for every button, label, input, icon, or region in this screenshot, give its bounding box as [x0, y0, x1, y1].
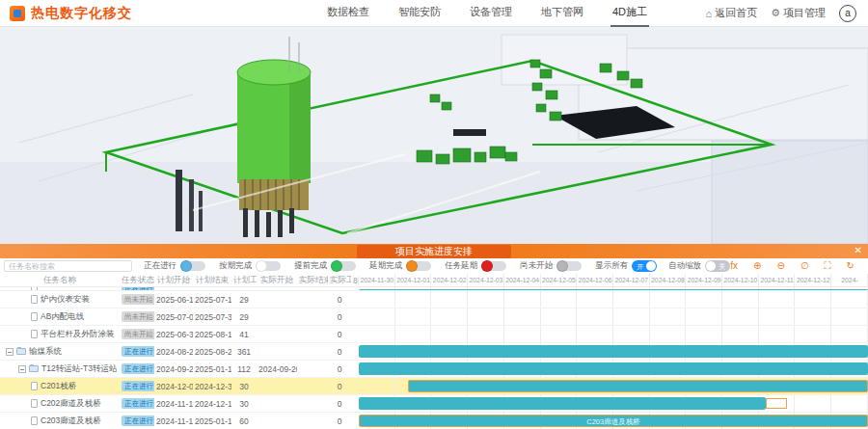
legend-toggle[interactable]: 延期完成	[369, 260, 431, 272]
nav-item[interactable]: 智能安防	[396, 0, 443, 27]
legend-toggle[interactable]: 任务延期	[445, 260, 506, 272]
timeline-date: 2024-12-03	[468, 277, 504, 283]
close-icon[interactable]: ✕	[854, 245, 862, 255]
fullscreen-icon[interactable]: ⛶	[825, 259, 831, 273]
gantt-bar[interactable]	[359, 345, 868, 358]
status-badge: 正在进行	[122, 346, 154, 357]
table-row[interactable]: C202廊道及栈桥 正在进行 2024-11-11 2024-12-11 30 …	[0, 395, 868, 413]
gantt-bar[interactable]	[359, 289, 868, 290]
task-name: AB内配电线	[41, 311, 84, 323]
table-row[interactable]: C201栈桥 正在进行 2024-12-01 2024-12-31 30 0	[0, 378, 868, 395]
nav-item[interactable]: 设备管理	[468, 0, 514, 27]
toggle-label: 自动缩放	[668, 260, 701, 272]
hide-icon[interactable]: ∅	[800, 259, 809, 273]
plant-3d-scene	[0, 27, 868, 244]
plan-days-cell: 30	[231, 399, 257, 409]
home-icon: ⌂	[705, 8, 712, 19]
gantt-lane	[359, 291, 868, 308]
gantt-lane	[359, 326, 868, 342]
plan-end-cell: 2025-01-10	[193, 416, 231, 426]
col-task-status: 任务状态	[120, 275, 154, 286]
user-avatar[interactable]: a	[839, 5, 856, 22]
timeline-date: 2024-12-06	[577, 277, 613, 283]
actual-days-cell: 0	[328, 312, 351, 322]
gantt-bar-label: C203廊道及栈桥	[360, 417, 867, 427]
legend-toggle[interactable]: 提前完成	[294, 260, 356, 272]
file-icon	[31, 287, 38, 290]
gantt-lane	[359, 343, 868, 360]
collapse-icon[interactable]	[6, 348, 14, 356]
gantt-bar[interactable]	[359, 362, 868, 375]
task-name-cell: 输煤系统	[0, 343, 120, 360]
table-row[interactable]: 输煤系统 正在进行 2024-08-25 2025-08-21 361 0	[0, 343, 868, 361]
viewport-3d[interactable]	[0, 27, 868, 244]
toggle-on[interactable]: 显示所有开	[595, 260, 657, 272]
folder-icon	[29, 365, 39, 372]
actual-days-cell: 0	[328, 330, 351, 339]
timeline-date: 2024-12-04	[504, 277, 541, 283]
status-badge: 正在进行	[122, 416, 154, 426]
task-name: C203廊道及栈桥	[41, 416, 101, 427]
gantt-bar[interactable]	[408, 380, 868, 392]
top-bar: 热电数字化移交 数据检查智能安防设备管理地下管网4D施工 ⌂ 返回首页 ⚙ 项目…	[0, 0, 868, 27]
filter-fx-icon[interactable]: fx	[730, 259, 738, 273]
status-badge: 尚未开始	[122, 294, 154, 305]
table-body: 正在进行 炉内仪表安装 尚未开始 2025-06-14 2025-07-13 2…	[0, 287, 868, 429]
zoom-out-icon[interactable]: ⊖	[777, 259, 785, 273]
table-row[interactable]: T12转运站-T3转运站 正在进行 2024-09-20 2025-01-10 …	[0, 361, 868, 378]
table-row[interactable]: 平台栏杆及外防涂装 尚未开始 2025-06-30 2025-08-10 41 …	[0, 326, 868, 343]
legend-label: 正在进行	[144, 260, 176, 272]
gantt-bar[interactable]: C203廊道及栈桥	[359, 415, 868, 427]
table-row[interactable]: AB内配电线 尚未开始 2025-07-01 2025-07-30 29 0	[0, 308, 868, 326]
zoom-in-icon[interactable]: ⊕	[753, 259, 761, 273]
legend-toggle[interactable]: 按期完成	[219, 260, 281, 272]
legend-color-dot	[556, 260, 568, 272]
toggle-off[interactable]: 自动缩放关	[668, 260, 730, 272]
gantt-lane	[359, 308, 868, 325]
actual-days-cell: 0	[328, 364, 351, 374]
app-logo[interactable]: 热电数字化移交	[0, 5, 132, 22]
collapse-icon[interactable]	[18, 365, 26, 373]
nav-item[interactable]: 数据检查	[325, 0, 371, 27]
timeline-date: 2024-12-08	[650, 277, 687, 283]
task-name: T12转运站-T3转运站	[41, 363, 117, 375]
timeline-date: 2024-	[831, 277, 868, 283]
legend-toggle[interactable]: 正在进行	[144, 260, 205, 272]
actual-days-cell: 0	[328, 416, 351, 426]
refresh-icon[interactable]: ↻	[847, 259, 854, 273]
home-link[interactable]: ⌂ 返回首页	[705, 6, 757, 20]
legend-toggle[interactable]: 尚未开始	[520, 260, 582, 272]
task-status-cell: 正在进行	[120, 346, 154, 357]
col-plan-start: 计划开始	[154, 275, 193, 286]
table-row[interactable]: C203廊道及栈桥 正在进行 2024-11-11 2025-01-10 60 …	[0, 413, 868, 429]
nav-item[interactable]: 4D施工	[610, 0, 649, 27]
legend-color-dot	[331, 260, 342, 272]
app-window: 热电数字化移交 数据检查智能安防设备管理地下管网4D施工 ⌂ 返回首页 ⚙ 项目…	[0, 0, 868, 429]
gantt-bar[interactable]	[359, 397, 766, 410]
legend-label: 延期完成	[369, 260, 402, 272]
plan-days-cell: 60	[231, 416, 257, 426]
status-badge: 尚未开始	[122, 311, 154, 322]
project-manage-link[interactable]: ⚙ 项目管理	[771, 6, 826, 20]
schedule-table: 任务名称 任务状态 计划开始 计划结束 计划工期 实际开始 实际结束 实际工期 …	[0, 274, 868, 429]
plan-start-cell: 2024-12-01	[154, 382, 193, 391]
plan-days-cell: 29	[231, 312, 257, 322]
plan-days-cell: 29	[231, 295, 257, 305]
legend-switch	[256, 261, 281, 271]
task-name-cell: 炉内仪表安装	[0, 291, 120, 308]
timeline-dates: 2024-11-302024-12-012024-12-022024-12-03…	[359, 274, 868, 286]
nav-item[interactable]: 地下管网	[539, 0, 585, 27]
actual-start-cell: 2024-09-20	[257, 364, 297, 374]
col-plan-days: 计划工期	[231, 275, 257, 286]
table-row[interactable]: 炉内仪表安装 尚未开始 2025-06-14 2025-07-13 29 0	[0, 291, 868, 308]
legend-color-dot	[180, 260, 192, 272]
task-name-cell: T12转运站-T3转运站	[0, 361, 120, 377]
legend-color-dot	[406, 260, 418, 272]
col-truncated: 8	[351, 276, 359, 285]
gantt-lane	[359, 395, 868, 412]
folder-icon	[16, 348, 26, 355]
col-actual-start: 实际开始	[257, 275, 297, 286]
task-search-input[interactable]	[4, 260, 132, 272]
toggle-switch: 关	[705, 260, 730, 272]
plan-end-cell: 2025-08-10	[193, 330, 231, 339]
